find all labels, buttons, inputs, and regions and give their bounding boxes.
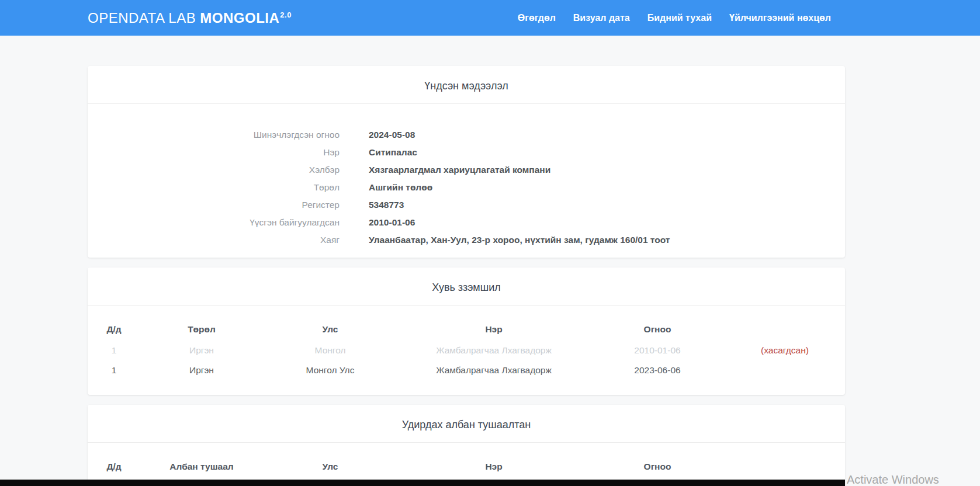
- cell-num: 1: [88, 360, 140, 380]
- info-row-legal-form: Хэлбэр Хязгаарлагдмал хариуцлагатай комп…: [88, 161, 845, 179]
- shareholders-card: Хувь ззэмшил Д/д Төрөл Улс Нэр Огноо 1: [88, 268, 845, 395]
- column-header-note: [725, 306, 845, 341]
- cell-type: Иргэн: [140, 341, 263, 360]
- cell-name: Жамбалрагчаа Лхагвадорж: [397, 360, 590, 380]
- bottom-dark-bar: [0, 480, 845, 486]
- column-header-name: Нэр: [397, 443, 590, 478]
- logo-bold: MONGOLIA: [200, 10, 279, 26]
- cell-date: 2023-06-06: [590, 360, 725, 380]
- main-nav: Өгөгдөл Визуал дата Бидний тухай Үйлчилг…: [518, 13, 831, 23]
- column-header-date: Огноо: [590, 443, 725, 478]
- logo-version: 2.0: [280, 11, 292, 19]
- field-value: 2024-05-08: [369, 126, 415, 144]
- site-logo[interactable]: OPENDATA LAB MONGOLIA2.0: [88, 10, 292, 26]
- cell-removed-note: [725, 360, 845, 380]
- field-label: Нэр: [88, 144, 340, 161]
- info-row-type: Төрөл Ашгийн төлөө: [88, 179, 845, 196]
- cell-state: Монгол: [263, 341, 397, 360]
- nav-link-data[interactable]: Өгөгдөл: [518, 13, 556, 23]
- cell-num: 1: [88, 341, 140, 360]
- basic-info-title: Үндсэн мэдээлэл: [88, 66, 845, 103]
- info-row-founded: Үүсгэн байгуулагдсан 2010-01-06: [88, 214, 845, 231]
- shareholders-title: Хувь ззэмшил: [88, 268, 845, 305]
- field-value: 2010-01-06: [369, 214, 415, 231]
- cell-removed-note: (хасагдсан): [725, 341, 845, 360]
- field-value: Улаанбаатар, Хан-Уул, 23-р хороо, нүхтий…: [369, 231, 670, 249]
- cell-name: Жамбалрагчаа Лхагвадорж: [397, 341, 590, 360]
- field-label: Хэлбэр: [88, 161, 340, 179]
- info-row-address: Хаяг Улаанбаатар, Хан-Уул, 23-р хороо, н…: [88, 231, 845, 249]
- column-header-position: Албан тушаал: [140, 443, 263, 478]
- field-label: Регистер: [88, 196, 340, 214]
- column-header-empty: [725, 443, 845, 478]
- info-row-updated-date: Шинэчлэгдсэн огноо 2024-05-08: [88, 126, 845, 144]
- field-label: Төрөл: [88, 179, 340, 196]
- field-label: Шинэчлэгдсэн огноо: [88, 126, 340, 144]
- column-header-type: Төрөл: [140, 306, 263, 341]
- column-header-num: Д/д: [88, 443, 140, 478]
- table-header-row: Д/д Төрөл Улс Нэр Огноо: [88, 306, 845, 341]
- table-header-row: Д/д Албан тушаал Улс Нэр Огноо: [88, 443, 845, 478]
- cell-date: 2010-01-06: [590, 341, 725, 360]
- cell-state: Монгол Улс: [263, 360, 397, 380]
- info-row-name: Нэр Ситипалас: [88, 144, 845, 161]
- column-header-num: Д/д: [88, 306, 140, 341]
- main-content: Үндсэн мэдээлэл Шинэчлэгдсэн огноо 2024-…: [88, 36, 845, 486]
- column-header-name: Нэр: [397, 306, 590, 341]
- basic-info-rows: Шинэчлэгдсэн огноо 2024-05-08 Нэр Ситипа…: [88, 104, 845, 258]
- field-value: Ситипалас: [369, 144, 417, 161]
- nav-link-terms-of-service[interactable]: Үйлчилгээний нөхцөл: [729, 13, 831, 23]
- table-row: 1 Иргэн Монгол Улс Жамбалрагчаа Лхагвадо…: [88, 360, 845, 380]
- column-header-date: Огноо: [590, 306, 725, 341]
- info-row-register: Регистер 5348773: [88, 196, 845, 214]
- field-value: Ашгийн төлөө: [369, 179, 432, 196]
- shareholders-table: Д/д Төрөл Улс Нэр Огноо 1 Иргэн Монгол Ж…: [88, 306, 845, 380]
- nav-link-visual-data[interactable]: Визуал дата: [573, 13, 630, 23]
- activate-windows-watermark: Activate Windows Go to Settings to activ…: [847, 473, 967, 486]
- field-label: Үүсгэн байгуулагдсан: [88, 214, 340, 231]
- column-header-state: Улс: [263, 443, 397, 478]
- field-value: Хязгаарлагдмал хариуцлагатай компани: [369, 161, 550, 179]
- basic-info-card: Үндсэн мэдээлэл Шинэчлэгдсэн огноо 2024-…: [88, 66, 845, 258]
- field-value: 5348773: [369, 196, 404, 214]
- nav-link-about-us[interactable]: Бидний тухай: [647, 13, 712, 23]
- logo-prefix: OPENDATA LAB: [88, 10, 200, 26]
- field-label: Хаяг: [88, 231, 340, 249]
- cell-type: Иргэн: [140, 360, 263, 380]
- column-header-state: Улс: [263, 306, 397, 341]
- top-navbar: OPENDATA LAB MONGOLIA2.0 Өгөгдөл Визуал …: [0, 0, 980, 36]
- officials-card: Удирдах албан тушаалтан Д/д Албан тушаал…: [88, 405, 845, 486]
- officials-title: Удирдах албан тушаалтан: [88, 405, 845, 442]
- watermark-line1: Activate Windows: [847, 473, 967, 486]
- table-row: 1 Иргэн Монгол Жамбалрагчаа Лхагвадорж 2…: [88, 341, 845, 360]
